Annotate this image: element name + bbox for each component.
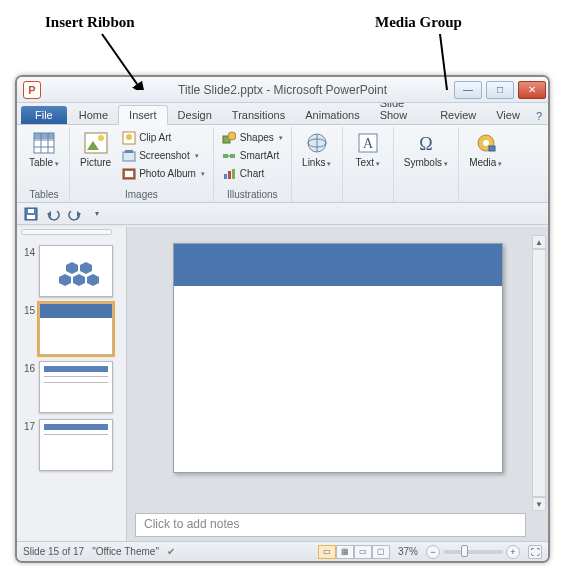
view-sorter-button[interactable]: ▦ <box>336 545 354 559</box>
table-icon <box>32 131 56 155</box>
thumb-16[interactable]: 16 <box>21 361 122 413</box>
shapes-icon <box>222 130 237 145</box>
group-label-tables: Tables <box>25 188 63 201</box>
screenshot-icon <box>121 148 136 163</box>
view-reading-button[interactable]: ▭ <box>354 545 372 559</box>
tab-file[interactable]: File <box>21 106 67 124</box>
tab-transitions[interactable]: Transitions <box>222 106 295 124</box>
svg-rect-7 <box>34 133 54 139</box>
group-label-illustrations: Illustrations <box>220 188 285 201</box>
svg-marker-40 <box>80 262 92 274</box>
svg-text:Ω: Ω <box>419 134 432 154</box>
titlebar: P Title Slide2.pptx - Microsoft PowerPoi… <box>17 77 548 103</box>
app-window: P Title Slide2.pptx - Microsoft PowerPoi… <box>15 75 550 563</box>
thumb-14[interactable]: 14 <box>21 245 122 297</box>
zoom-slider[interactable]: − + <box>426 545 520 559</box>
media-icon <box>474 131 498 155</box>
status-bar: Slide 15 of 17 "Office Theme" ✔︎ ▭ ▦ ▭ ▢… <box>17 541 548 561</box>
minimize-button[interactable]: — <box>454 81 482 99</box>
group-media: Media▾ <box>459 127 512 202</box>
svg-text:A: A <box>363 136 374 151</box>
symbols-label: Symbols <box>404 157 442 168</box>
svg-rect-35 <box>27 215 35 219</box>
picture-icon <box>84 131 108 155</box>
picture-label: Picture <box>80 157 111 168</box>
svg-rect-36 <box>28 209 34 213</box>
shapes-button[interactable]: Shapes▾ <box>220 129 285 146</box>
group-images: Picture Clip Art Screenshot▾ Photo Album… <box>70 127 214 202</box>
zoom-out-button[interactable]: − <box>426 545 440 559</box>
tab-design[interactable]: Design <box>168 106 222 124</box>
close-button[interactable]: ✕ <box>518 81 546 99</box>
maximize-button[interactable]: □ <box>486 81 514 99</box>
text-icon: A <box>356 131 380 155</box>
zoom-fit-button[interactable]: ⛶ <box>528 545 542 559</box>
scroll-down-icon[interactable]: ▼ <box>532 497 546 511</box>
svg-point-32 <box>483 140 489 146</box>
vertical-scrollbar[interactable]: ▲ ▼ <box>532 235 546 511</box>
links-label: Links <box>302 157 325 168</box>
tab-view[interactable]: View <box>486 106 530 124</box>
tab-home[interactable]: Home <box>69 106 118 124</box>
slide-thumbnails-pane: 14 15 16 17 <box>17 227 127 541</box>
thumb-15[interactable]: 15 <box>21 303 122 355</box>
svg-rect-20 <box>230 154 235 158</box>
group-label-images: Images <box>76 188 207 201</box>
symbols-icon: Ω <box>414 131 438 155</box>
tab-animations[interactable]: Animations <box>295 106 369 124</box>
view-slideshow-button[interactable]: ▢ <box>372 545 390 559</box>
svg-marker-43 <box>87 274 99 286</box>
symbols-button[interactable]: Ω Symbols▾ <box>400 129 452 171</box>
svg-rect-22 <box>224 174 227 179</box>
save-icon[interactable] <box>23 206 39 222</box>
zoom-in-button[interactable]: + <box>506 545 520 559</box>
svg-rect-19 <box>223 154 228 158</box>
zoom-thumb[interactable] <box>461 545 468 557</box>
smartart-button[interactable]: SmartArt <box>220 147 285 164</box>
picture-button[interactable]: Picture <box>76 129 115 170</box>
svg-rect-23 <box>228 171 231 179</box>
help-icon[interactable]: ? <box>530 108 548 124</box>
group-illustrations: Shapes▾ SmartArt Chart Illustrations <box>214 127 292 202</box>
smartart-icon <box>222 148 237 163</box>
group-links: Links▾ <box>292 127 343 202</box>
quick-access-toolbar: ▾ <box>17 203 548 225</box>
links-icon <box>305 131 329 155</box>
svg-rect-14 <box>125 150 133 153</box>
view-normal-button[interactable]: ▭ <box>318 545 336 559</box>
screenshot-button[interactable]: Screenshot▾ <box>119 147 207 164</box>
svg-marker-39 <box>66 262 78 274</box>
photoalbum-icon <box>121 166 136 181</box>
thumb-17[interactable]: 17 <box>21 419 122 471</box>
svg-rect-33 <box>489 146 495 151</box>
chart-button[interactable]: Chart <box>220 165 285 182</box>
view-buttons: ▭ ▦ ▭ ▢ <box>318 545 390 559</box>
links-button[interactable]: Links▾ <box>298 129 336 171</box>
tab-review[interactable]: Review <box>430 106 486 124</box>
svg-point-18 <box>228 132 236 140</box>
clipart-button[interactable]: Clip Art <box>119 129 207 146</box>
slide-title-stripe <box>174 244 502 286</box>
spellcheck-icon[interactable]: ✔︎ <box>167 546 175 557</box>
slide-edit-pane: ▲ ▼ Click to add notes <box>127 227 548 541</box>
photoalbum-button[interactable]: Photo Album▾ <box>119 165 207 182</box>
text-button[interactable]: A Text▾ <box>349 129 387 171</box>
scroll-up-icon[interactable]: ▲ <box>532 235 546 249</box>
ribbon-tabs: File Home Insert Design Transitions Anim… <box>17 103 548 125</box>
table-label: Table <box>29 157 53 168</box>
slide-canvas[interactable] <box>173 243 503 473</box>
table-button[interactable]: Table▾ <box>25 129 63 171</box>
undo-icon[interactable] <box>45 206 61 222</box>
redo-icon[interactable] <box>67 206 83 222</box>
svg-point-12 <box>126 134 132 140</box>
anno-insert-ribbon: Insert Ribbon <box>45 14 135 31</box>
anno-media-group: Media Group <box>375 14 462 31</box>
qat-customize-icon[interactable]: ▾ <box>89 206 105 222</box>
group-text: A Text▾ <box>343 127 394 202</box>
notes-input[interactable]: Click to add notes <box>135 513 526 537</box>
status-theme: "Office Theme" <box>92 546 159 557</box>
svg-marker-42 <box>59 274 71 286</box>
media-label: Media <box>469 157 496 168</box>
media-button[interactable]: Media▾ <box>465 129 506 171</box>
tab-insert[interactable]: Insert <box>118 105 168 125</box>
